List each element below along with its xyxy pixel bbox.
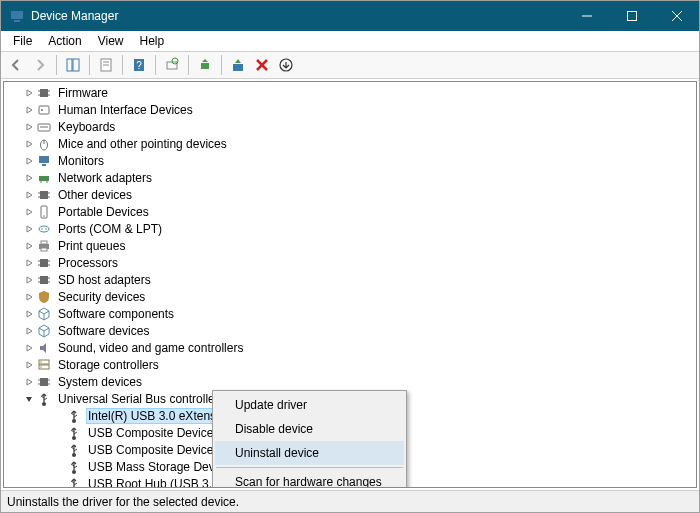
menu-view[interactable]: View	[90, 32, 132, 50]
tree-item-label: Sound, video and game controllers	[56, 341, 245, 355]
tree-item-label: Human Interface Devices	[56, 103, 195, 117]
chip-icon	[36, 187, 52, 203]
usb-icon	[66, 459, 82, 475]
expand-arrow-icon[interactable]	[22, 137, 36, 151]
monitor-icon	[36, 153, 52, 169]
expand-arrow-icon[interactable]	[22, 256, 36, 270]
tree-item-cat-0[interactable]: Firmware	[4, 84, 696, 101]
expand-arrow-icon[interactable]	[22, 103, 36, 117]
menu-help[interactable]: Help	[132, 32, 173, 50]
toolbar-separator	[122, 55, 123, 75]
svg-point-14	[172, 58, 178, 64]
tree-item-label: Ports (COM & LPT)	[56, 222, 164, 236]
titlebar[interactable]: Device Manager	[1, 1, 699, 31]
svg-rect-1	[14, 20, 20, 22]
tree-item-cat-2[interactable]: Keyboards	[4, 118, 696, 135]
tree-item-cat-12[interactable]: Security devices	[4, 288, 696, 305]
forward-button[interactable]	[29, 54, 51, 76]
svg-rect-16	[233, 64, 243, 71]
chip-icon	[36, 272, 52, 288]
usb-icon	[66, 425, 82, 441]
tree-item-cat-14[interactable]: Software devices	[4, 322, 696, 339]
expand-arrow-icon[interactable]	[52, 460, 66, 474]
keyboard-icon	[36, 119, 52, 135]
tree-item-label: Other devices	[56, 188, 134, 202]
tree-item-label: System devices	[56, 375, 144, 389]
tree-item-label: USB Mass Storage Device	[86, 460, 232, 474]
mouse-icon	[36, 136, 52, 152]
chip-icon	[36, 255, 52, 271]
properties-button[interactable]	[95, 54, 117, 76]
tree-item-cat-7[interactable]: Portable Devices	[4, 203, 696, 220]
security-icon	[36, 289, 52, 305]
collapse-arrow-icon[interactable]	[22, 392, 36, 406]
expand-arrow-icon[interactable]	[22, 154, 36, 168]
tree-item-label: Mice and other pointing devices	[56, 137, 229, 151]
expand-arrow-icon[interactable]	[22, 222, 36, 236]
show-hide-console-button[interactable]	[62, 54, 84, 76]
tree-item-cat-13[interactable]: Software components	[4, 305, 696, 322]
toolbar-separator	[89, 55, 90, 75]
back-button[interactable]	[5, 54, 27, 76]
tree-item-cat-4[interactable]: Monitors	[4, 152, 696, 169]
expand-arrow-icon[interactable]	[52, 426, 66, 440]
close-button[interactable]	[654, 1, 699, 31]
printer-icon	[36, 238, 52, 254]
device-tree-panel[interactable]: FirmwareHuman Interface DevicesKeyboards…	[3, 81, 697, 488]
scan-button[interactable]	[161, 54, 183, 76]
tree-item-cat-9[interactable]: Print queues	[4, 237, 696, 254]
sound-icon	[36, 340, 52, 356]
expand-arrow-icon[interactable]	[22, 86, 36, 100]
tree-item-cat-11[interactable]: SD host adapters	[4, 271, 696, 288]
update-driver-button[interactable]	[194, 54, 216, 76]
menu-file[interactable]: File	[5, 32, 40, 50]
expand-arrow-icon[interactable]	[52, 409, 66, 423]
expand-arrow-icon[interactable]	[22, 205, 36, 219]
expand-arrow-icon[interactable]	[22, 239, 36, 253]
expand-arrow-icon[interactable]	[52, 477, 66, 489]
help-button[interactable]: ?	[128, 54, 150, 76]
svg-rect-7	[73, 59, 79, 71]
tree-item-label: Universal Serial Bus controllers	[56, 392, 227, 406]
tree-item-label: Monitors	[56, 154, 106, 168]
portable-icon	[36, 204, 52, 220]
tree-item-cat-17[interactable]: System devices	[4, 373, 696, 390]
maximize-button[interactable]	[609, 1, 654, 31]
net-icon	[36, 170, 52, 186]
expand-arrow-icon[interactable]	[22, 188, 36, 202]
uninstall-button[interactable]	[251, 54, 273, 76]
cube-icon	[36, 323, 52, 339]
tree-item-cat-5[interactable]: Network adapters	[4, 169, 696, 186]
tree-item-cat-3[interactable]: Mice and other pointing devices	[4, 135, 696, 152]
tree-item-cat-6[interactable]: Other devices	[4, 186, 696, 203]
menu-action[interactable]: Action	[40, 32, 89, 50]
tree-item-cat-10[interactable]: Processors	[4, 254, 696, 271]
tree-item-cat-8[interactable]: Ports (COM & LPT)	[4, 220, 696, 237]
tree-item-label: USB Composite Device	[86, 443, 215, 457]
tree-item-cat-16[interactable]: Storage controllers	[4, 356, 696, 373]
context-menu-item[interactable]: Scan for hardware changes	[215, 470, 404, 488]
enable-button[interactable]	[227, 54, 249, 76]
tree-item-label: Keyboards	[56, 120, 117, 134]
expand-arrow-icon[interactable]	[22, 341, 36, 355]
expand-arrow-icon[interactable]	[22, 358, 36, 372]
context-menu-item[interactable]: Disable device	[215, 417, 404, 441]
tree-item-label: Storage controllers	[56, 358, 161, 372]
expand-arrow-icon[interactable]	[22, 273, 36, 287]
expand-arrow-icon[interactable]	[22, 307, 36, 321]
tree-item-cat-15[interactable]: Sound, video and game controllers	[4, 339, 696, 356]
context-menu-item[interactable]: Uninstall device	[215, 441, 404, 465]
disable-button[interactable]	[275, 54, 297, 76]
device-manager-window: Device Manager File Action View Help ? F…	[0, 0, 700, 513]
expand-arrow-icon[interactable]	[52, 443, 66, 457]
svg-text:?: ?	[136, 60, 142, 71]
expand-arrow-icon[interactable]	[22, 375, 36, 389]
svg-rect-13	[167, 62, 177, 69]
minimize-button[interactable]	[564, 1, 609, 31]
expand-arrow-icon[interactable]	[22, 120, 36, 134]
expand-arrow-icon[interactable]	[22, 290, 36, 304]
expand-arrow-icon[interactable]	[22, 171, 36, 185]
expand-arrow-icon[interactable]	[22, 324, 36, 338]
tree-item-cat-1[interactable]: Human Interface Devices	[4, 101, 696, 118]
context-menu-item[interactable]: Update driver	[215, 393, 404, 417]
